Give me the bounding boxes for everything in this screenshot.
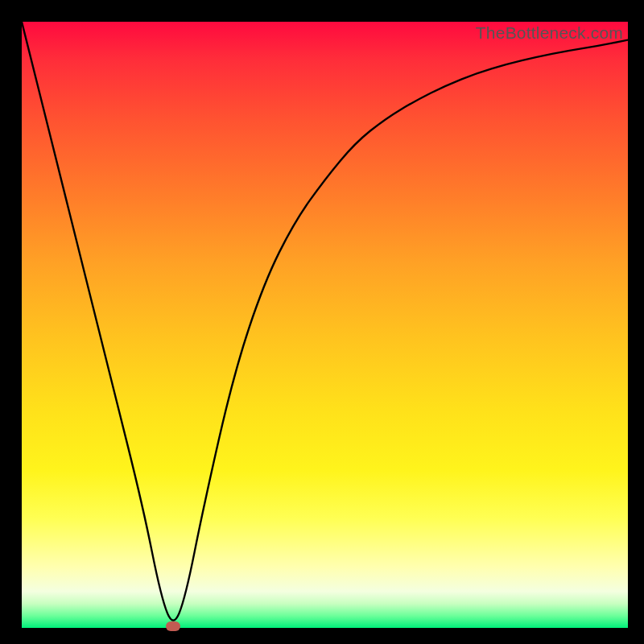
- minimum-marker: [166, 621, 180, 631]
- plot-area: TheBottleneck.com: [22, 22, 628, 628]
- chart-frame: TheBottleneck.com: [0, 0, 644, 644]
- bottleneck-curve: [22, 22, 628, 628]
